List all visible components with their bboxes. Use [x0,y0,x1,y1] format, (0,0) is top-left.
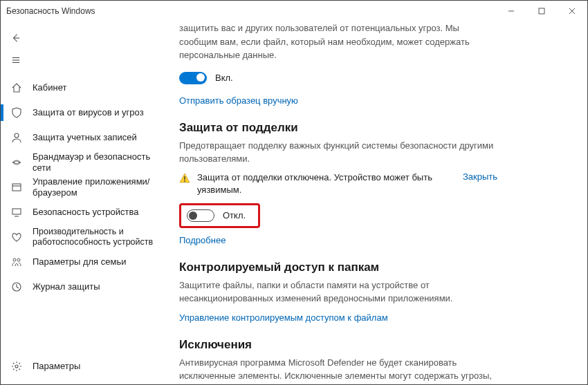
maximize-button[interactable] [526,1,557,21]
svg-rect-13 [12,209,21,214]
sidebar-item-label: Параметры для семьи [33,256,158,267]
window-controls [496,1,587,21]
sidebar-item-history[interactable]: Журнал защиты [1,274,165,299]
content-pane[interactable]: защитить вас и других пользователей от п… [165,21,587,384]
warning-text: Защита от подделки отключена. Устройство… [197,171,452,196]
gear-icon [10,361,23,372]
section-title: Контролируемый доступ к папкам [179,261,497,274]
tamper-toggle-highlight: Откл. [179,203,260,228]
svg-point-15 [13,259,16,261]
section-title: Защита от подделки [179,121,497,135]
intro-paragraph: защитить вас и других пользователей от п… [179,21,497,62]
section-desc: Предотвращает подделку важных функций си… [179,139,497,166]
sidebar-item-account[interactable]: Защита учетных записей [1,125,165,150]
sidebar-item-label: Защита от вирусов и угроз [33,107,158,118]
home-icon [10,82,23,93]
sidebar-item-label: Кабинет [33,82,158,93]
heart-icon [10,232,23,243]
section-desc: Защитите файлы, папки и области памяти н… [179,279,497,306]
sidebar-item-label: Параметры [33,361,158,372]
window-title: Безопасность Windows [6,6,95,16]
sidebar-item-home[interactable]: Кабинет [1,75,165,100]
shield-icon [10,107,23,118]
sidebar-item-label: Производительность и работоспособность у… [33,227,158,247]
sidebar-item-appbrowser[interactable]: Управление приложениями/браузером [1,175,165,200]
learn-more-link[interactable]: Подробнее [179,235,497,245]
sidebar-item-performance[interactable]: Производительность и работоспособность у… [1,225,165,250]
sidebar-item-label: Журнал защиты [33,281,158,292]
submit-sample-link[interactable]: Отправить образец вручную [179,95,497,106]
toggle-label: Вкл. [215,73,233,83]
firewall-icon [10,157,23,168]
hamburger-button[interactable] [2,49,30,71]
section-title: Исключения [179,338,497,352]
dismiss-warning-link[interactable]: Закрыть [463,171,497,182]
cfa-section: Контролируемый доступ к папкам Защитите … [179,261,497,323]
titlebar: Безопасность Windows [1,1,587,21]
back-button[interactable] [2,27,30,49]
app-icon [10,182,23,193]
sidebar-item-family[interactable]: Параметры для семьи [1,250,165,274]
svg-point-20 [184,180,185,182]
svg-point-18 [15,365,18,368]
svg-rect-11 [12,184,21,191]
sidebar-item-settings[interactable]: Параметры [1,354,165,379]
warning-icon [179,173,190,184]
account-icon [10,132,23,143]
sidebar-item-device[interactable]: Безопасность устройства [1,200,165,225]
toggle-label: Откл. [223,210,246,220]
section-desc: Антивирусная программа Microsoft Defende… [179,356,497,384]
sidebar-item-label: Управление приложениями/браузером [33,176,158,198]
sidebar-item-label: Защита учетных записей [33,132,158,143]
exclusions-section: Исключения Антивирусная программа Micros… [179,338,497,384]
close-button[interactable] [557,1,587,21]
family-icon [10,256,23,267]
manage-cfa-link[interactable]: Управление контролируемым доступом к фай… [179,312,497,323]
sidebar-item-label: Безопасность устройства [33,207,158,218]
history-icon [10,281,23,292]
minimize-button[interactable] [496,1,526,21]
sidebar: Кабинет Защита от вирусов и угроз Защита… [1,21,165,384]
svg-point-16 [17,259,20,261]
sample-submission-toggle[interactable] [179,72,207,84]
sidebar-item-virus[interactable]: Защита от вирусов и угроз [1,100,165,125]
svg-rect-1 [539,8,544,14]
tamper-protection-toggle[interactable] [187,209,214,222]
sidebar-item-label: Брандмауэр и безопасность сети [33,151,158,173]
svg-point-8 [15,133,19,138]
device-icon [10,207,23,218]
sidebar-item-firewall[interactable]: Брандмауэр и безопасность сети [1,150,165,175]
nav: Кабинет Защита от вирусов и угроз Защита… [1,75,165,351]
tamper-section: Защита от подделки Предотвращает подделк… [179,121,497,245]
